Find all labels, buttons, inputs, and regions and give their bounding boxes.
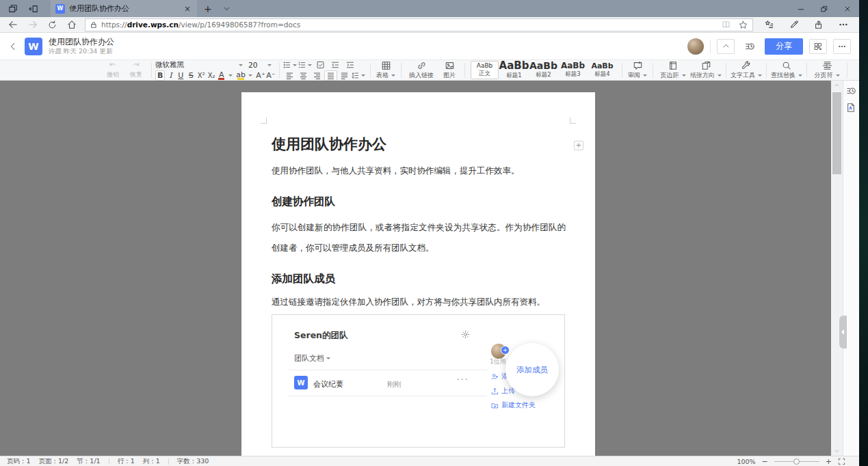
tab-preview-icon[interactable] (8, 4, 18, 14)
grow-font-button[interactable]: A⁺ (256, 70, 265, 81)
redo-button[interactable]: 恢复 (124, 61, 148, 79)
scroll-down-icon[interactable] (831, 446, 843, 456)
share-button[interactable]: 分享 (765, 38, 803, 55)
team-name: Seren的团队 (294, 330, 348, 342)
status-section: 节：1/1 (77, 457, 100, 466)
margin-corner-mark (570, 118, 576, 124)
history-panel-icon[interactable] (846, 86, 857, 97)
wps-header: W 使用团队协作办公 许愿 昨天 20:34 更新 分享 (0, 33, 859, 60)
align-left-button[interactable] (283, 70, 296, 81)
gear-icon (461, 330, 470, 339)
bold-button[interactable]: B (155, 70, 165, 81)
line-spacing-button[interactable] (352, 70, 365, 81)
table-button[interactable]: 表格 (374, 61, 397, 80)
font-size-select[interactable]: 20 (248, 61, 272, 69)
strikethrough-button[interactable]: S (186, 70, 196, 81)
scrollbar-thumb[interactable] (832, 92, 841, 174)
qr-code-button[interactable] (809, 39, 827, 54)
address-bar[interactable]: https://drive.wps.cn/view/p/16949806587?… (85, 18, 753, 31)
style-heading2[interactable]: AaBb标题2 (529, 61, 557, 79)
bullet-list-button[interactable] (283, 60, 297, 70)
review-button[interactable]: 审阅 (626, 61, 649, 80)
zoom-slider[interactable] (774, 461, 819, 462)
settings-more-icon[interactable] (839, 20, 848, 29)
task-list-button[interactable] (313, 60, 327, 70)
add-comment-button[interactable]: + (574, 141, 583, 150)
text-tools-button[interactable]: 文字工具 (730, 61, 763, 80)
find-replace-button[interactable]: 查找替换 (770, 61, 803, 80)
reading-view-icon[interactable] (722, 20, 731, 29)
forward-button[interactable] (28, 20, 38, 29)
add-member-spotlight: 添加成员 (505, 343, 559, 396)
status-page-of: 页面：1/2 (39, 457, 69, 466)
right-sidebar-rail (843, 81, 859, 456)
style-heading3[interactable]: AaBb标题3 (559, 61, 587, 79)
document-scrollbar[interactable] (831, 81, 843, 456)
insert-image-button[interactable]: 图片 (438, 61, 461, 80)
superscript-button[interactable]: X² (196, 70, 206, 81)
subscript-button[interactable]: X₂ (207, 70, 216, 81)
justify-button[interactable] (324, 70, 337, 81)
expand-panel-handle[interactable] (839, 316, 847, 348)
window-minimize-button[interactable] (789, 0, 813, 17)
underline-button[interactable]: U (176, 70, 185, 81)
scroll-up-icon[interactable] (831, 81, 843, 90)
web-note-pen-icon[interactable] (789, 20, 799, 29)
zoom-slider-handle[interactable] (793, 458, 800, 465)
increase-indent-button[interactable] (343, 60, 357, 70)
browser-tab[interactable]: W 使用团队协作办公 × (51, 0, 197, 17)
doc-paragraph: 使用协作团队，与他人共享资料，实时协作编辑，提升工作效率。 (272, 161, 566, 181)
window-close-button[interactable] (836, 0, 859, 17)
favorite-star-icon[interactable] (739, 20, 748, 29)
set-tabs-aside-icon[interactable] (29, 4, 38, 14)
paper-orientation-button[interactable]: 纸张方向 (689, 61, 722, 80)
style-heading4[interactable]: AaBb标题4 (588, 61, 616, 79)
style-gallery: AaBb正文 AaBb标题1 AaBb标题2 AaBb标题3 AaBb标题4 (469, 61, 618, 79)
doc-back-button[interactable] (8, 42, 18, 51)
home-button[interactable] (67, 20, 77, 29)
insert-link-button[interactable]: 插入链接 (405, 61, 438, 80)
user-avatar[interactable] (687, 38, 704, 55)
numbered-list-button[interactable] (298, 60, 312, 70)
font-color-button[interactable]: A (217, 70, 226, 81)
more-options-button[interactable] (833, 39, 851, 54)
doc-heading-1: 使用团队协作办公 (272, 135, 386, 154)
decrease-indent-button[interactable] (328, 60, 342, 70)
file-time: 刚刚 (387, 380, 401, 389)
status-word-count: 字数：330 (177, 457, 209, 466)
doc-heading-2: 添加团队成员 (272, 272, 335, 286)
zoom-in-button[interactable]: + (826, 458, 832, 465)
style-assistant-icon[interactable] (846, 102, 857, 113)
new-tab-button[interactable]: + (197, 3, 219, 14)
fullscreen-icon[interactable] (838, 458, 845, 465)
format-toolbar: 撤销 恢复 微软雅黑 20 B I U S X² X₂ A ab A⁺ A⁻ (0, 60, 859, 81)
file-name: 会议纪要 (313, 379, 343, 389)
highlight-color-button[interactable]: ab (236, 70, 246, 81)
document-canvas: 使用团队协作办公 + 使用协作团队，与他人共享资料，实时协作编辑，提升工作效率。… (0, 81, 843, 456)
share-icon[interactable] (814, 20, 824, 29)
page-break-button[interactable]: 分页符 (811, 61, 843, 80)
document-title: 使用团队协作办公 (49, 37, 114, 47)
team-docs-dropdown: 团队文档 (294, 353, 330, 364)
italic-button[interactable]: I (166, 70, 175, 81)
hub-favorites-icon[interactable] (764, 20, 774, 29)
distribute-button[interactable] (338, 70, 351, 81)
align-center-button[interactable] (297, 70, 310, 81)
tab-list-chevron-icon[interactable] (219, 5, 235, 12)
window-restore-button[interactable] (813, 0, 836, 17)
undo-button[interactable]: 撤销 (101, 61, 124, 79)
font-family-select[interactable]: 微软雅黑 (155, 60, 243, 70)
document-page[interactable]: 使用团队协作办公 + 使用协作团队，与他人共享资料，实时协作编辑，提升工作效率。… (241, 92, 595, 456)
collapse-toolbar-button[interactable] (717, 39, 735, 54)
page-margins-button[interactable]: 页边距 (657, 61, 689, 80)
style-normal[interactable]: AaBb正文 (471, 61, 499, 79)
shrink-font-button[interactable]: A⁻ (266, 70, 276, 81)
team-illustration: Seren的团队 团队文档 W 会议纪要 刚刚 ··· + 1位用户 添加 上传… (272, 314, 565, 448)
history-button[interactable] (741, 39, 759, 54)
back-button[interactable] (8, 20, 18, 29)
align-right-button[interactable] (311, 70, 324, 81)
zoom-out-button[interactable]: − (762, 458, 768, 465)
tab-close-icon[interactable]: × (183, 4, 192, 14)
refresh-button[interactable] (48, 20, 57, 29)
style-heading1[interactable]: AaBb标题1 (500, 61, 528, 79)
